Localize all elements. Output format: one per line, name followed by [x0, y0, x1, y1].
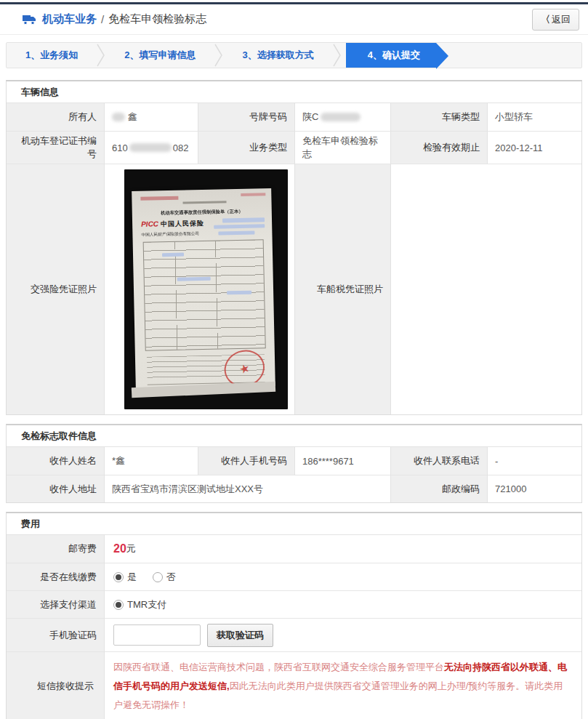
back-button-label: 返回	[552, 14, 571, 25]
insurance-table-grid	[143, 239, 266, 350]
tax-photo-cell	[391, 164, 581, 414]
radio-checked-icon[interactable]	[113, 600, 124, 610]
reg-cert-value: 610082	[105, 131, 198, 164]
step-1-notice[interactable]: 1、业务须知	[7, 43, 97, 68]
get-captcha-button[interactable]: 获取验证码	[207, 624, 273, 647]
sms-tip-label: 短信接收提示	[7, 651, 105, 719]
radio-unchecked-icon[interactable]	[153, 572, 163, 582]
postcode-value: 721000	[488, 475, 581, 502]
insurance-photo-cell: 机动车交通事故责任强制保险单（正本） PICC 中国人民保险 中国人民财产保险股…	[105, 164, 295, 414]
vehicle-info-title: 车辆信息	[7, 81, 581, 103]
redaction-bar	[218, 231, 254, 236]
redaction-bar	[214, 224, 265, 228]
page-title: 免检车申领检验标志	[108, 12, 206, 26]
insurance-photo-label: 交强险凭证照片	[7, 164, 105, 414]
picc-logo-text: PICC	[141, 220, 158, 228]
owner-value: 鑫	[105, 103, 198, 131]
redaction-bar	[227, 291, 251, 295]
redaction-bar	[222, 217, 265, 222]
pay-channel-options: TMR支付	[105, 590, 581, 618]
sms-tip-text: 因陕西省联通、电信运营商技术问题，陕西省互联网交通安全综合服务管理平台无法向持陕…	[113, 658, 571, 715]
postcode-label: 邮政编码	[391, 475, 488, 502]
redaction-bar	[177, 277, 211, 281]
sms-tip-cell: 因陕西省联通、电信运营商技术问题，陕西省互联网交通安全综合服务管理平台无法向持陕…	[105, 651, 581, 719]
business-type-label: 业务类型	[198, 131, 295, 164]
insurance-company: 中国人民财产保险股份有限公司	[141, 230, 199, 238]
recipient-address-value: 陕西省宝鸡市渭滨区测试地址XXX号	[105, 475, 391, 502]
truck-icon	[22, 14, 36, 25]
postage-label: 邮寄费	[7, 535, 105, 563]
online-pay-label: 是否在线缴费	[7, 563, 105, 590]
step-separator-icon	[214, 43, 223, 68]
app-title: 机动车业务	[42, 12, 97, 26]
owner-label: 所有人	[7, 103, 105, 131]
breadcrumb-separator: /	[101, 13, 104, 25]
pickup-info-section: 免检标志取件信息 收件人姓名 *鑫 收件人手机号码 186****9671 收件…	[6, 424, 582, 503]
insurance-paper: 机动车交通事故责任强制保险单（正本） PICC 中国人民保险 中国人民财产保险股…	[132, 188, 275, 389]
step-separator-icon	[333, 43, 342, 68]
page-header: 机动车业务 / 免检车申领检验标志 〈返回	[0, 4, 588, 35]
online-pay-option-no[interactable]: 否	[153, 571, 176, 584]
step-2-fill-info[interactable]: 2、填写申请信息	[105, 43, 214, 68]
reg-cert-label: 机动车登记证书编号	[7, 131, 105, 164]
redaction-bar	[162, 253, 184, 257]
online-pay-option-yes[interactable]: 是	[113, 571, 137, 584]
valid-until-value: 2020-12-11	[488, 131, 581, 164]
plate-label: 号牌号码	[198, 103, 295, 131]
picc-logo-cn: 中国人民保险	[161, 219, 204, 229]
vehicle-info-section: 车辆信息 所有人 鑫 号牌号码 陕C 车辆类型 小型轿车 机动车登记证书编号 6…	[6, 80, 582, 415]
recipient-name-label: 收件人姓名	[7, 447, 105, 475]
postage-amount: 20	[113, 542, 126, 555]
recipient-mobile-label: 收件人手机号码	[198, 447, 295, 475]
paper-header-mark	[241, 193, 265, 196]
chevron-left-icon: 〈	[541, 14, 550, 25]
captcha-input[interactable]	[113, 624, 201, 646]
postage-unit: 元	[126, 542, 136, 555]
recipient-mobile-value: 186****9671	[295, 447, 391, 475]
recipient-phone-value: -	[488, 447, 581, 475]
vehicle-type-value: 小型轿车	[488, 103, 581, 131]
pay-channel-option-tmr[interactable]: TMR支付	[113, 598, 166, 611]
step-4-confirm-submit[interactable]: 4、确认提交	[346, 43, 436, 68]
captcha-label: 手机验证码	[7, 618, 105, 651]
vehicle-type-label: 车辆类型	[391, 103, 488, 131]
fee-title: 费用	[7, 513, 581, 535]
step-separator-icon	[97, 43, 105, 68]
paper-header-mark	[140, 196, 178, 201]
online-pay-options: 是 否	[105, 563, 581, 590]
paper-header-mark	[182, 201, 226, 204]
insurance-photo[interactable]: 机动车交通事故责任强制保险单（正本） PICC 中国人民保险 中国人民财产保险股…	[124, 169, 288, 409]
pay-channel-label: 选择支付渠道	[7, 590, 105, 618]
fee-section: 费用 邮寄费 20元 是否在线缴费 是 否 选择支付渠道 TMR支付 手机验证码…	[6, 512, 582, 719]
back-button[interactable]: 〈返回	[532, 9, 579, 31]
valid-until-label: 检验有效期止	[391, 131, 488, 164]
captcha-cell: 获取验证码	[105, 618, 581, 651]
recipient-address-label: 收件人地址	[7, 475, 105, 502]
recipient-phone-label: 收件人联系电话	[391, 447, 488, 475]
redaction-blur	[321, 113, 361, 121]
radio-checked-icon[interactable]	[113, 572, 124, 582]
business-type-value: 免检车申领检验标志	[295, 131, 391, 164]
pickup-info-title: 免检标志取件信息	[7, 425, 581, 447]
recipient-name-value: *鑫	[105, 447, 198, 475]
redaction-blur	[112, 113, 125, 121]
postage-value: 20元	[105, 535, 581, 563]
wizard-steps: 1、业务须知 2、填写申请信息 3、选择获取方式 4、确认提交	[6, 42, 582, 68]
insurance-doc-title: 机动车交通事故责任强制保险单（正本）	[139, 208, 265, 217]
picc-logo: PICC 中国人民保险	[141, 219, 204, 230]
plate-value: 陕C	[295, 103, 391, 131]
step-3-pickup-method[interactable]: 3、选择获取方式	[223, 43, 332, 68]
tax-photo-label: 车船税凭证照片	[295, 164, 391, 414]
redaction-blur	[129, 143, 172, 152]
